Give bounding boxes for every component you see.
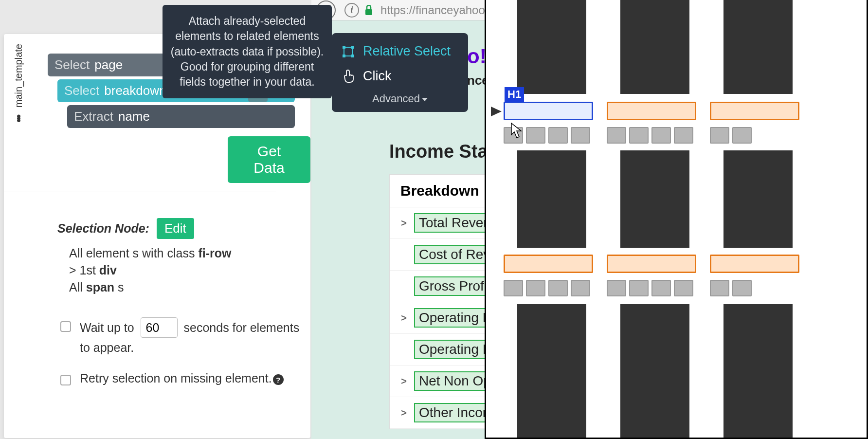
lock-icon — [364, 4, 374, 16]
h1-tag-badge: H1 — [505, 87, 524, 102]
chevron-right-icon[interactable]: > — [398, 407, 410, 419]
chevron-down-icon — [422, 98, 428, 101]
wireframe-overlay: H1 — [485, 0, 868, 439]
retry-checkbox[interactable] — [60, 375, 71, 385]
chevron-right-icon[interactable]: > — [398, 312, 410, 324]
tree-extract-name[interactable]: Extract name — [67, 105, 295, 128]
action-label: Click — [363, 69, 392, 84]
tree-target: page — [94, 57, 123, 73]
tree-verb: Select — [64, 83, 99, 98]
click-action[interactable]: Click — [332, 64, 468, 89]
relative-select-tooltip: Attach already-selected elements to rela… — [163, 5, 332, 98]
yahoo-logo: o! — [467, 45, 487, 68]
action-menu: Relative Select Click Advanced — [332, 33, 468, 112]
chevron-right-icon[interactable]: > — [398, 218, 410, 229]
cursor-icon — [510, 122, 523, 141]
click-icon — [342, 70, 355, 83]
selection-description: All element s with class fi-row > 1st di… — [69, 245, 306, 296]
wait-seconds-input[interactable] — [141, 317, 178, 338]
selection-node-heading: Selection Node: — [57, 221, 149, 235]
help-icon[interactable]: ? — [273, 374, 284, 385]
tree-target: breakdown — [104, 83, 166, 98]
svg-rect-5 — [351, 46, 354, 49]
divider — [4, 191, 276, 191]
svg-rect-8 — [365, 9, 372, 15]
tree-verb: Extract — [74, 109, 113, 124]
svg-rect-6 — [343, 55, 345, 57]
url-bar[interactable]: https://financeyahoo.co — [380, 3, 501, 17]
arrow-icon — [491, 107, 502, 116]
advanced-toggle[interactable]: Advanced — [332, 89, 468, 107]
wait-option-row: Wait up to seconds for elements to appea… — [60, 317, 306, 357]
edit-button[interactable]: Edit — [157, 218, 194, 239]
selection-node-panel: Selection Node: Edit All element s with … — [57, 218, 306, 385]
template-tab[interactable]: ••• main_template — [14, 44, 23, 126]
get-data-button[interactable]: Get Data — [228, 136, 310, 183]
info-icon[interactable]: i — [344, 3, 359, 18]
svg-rect-7 — [351, 55, 354, 57]
relative-select-icon — [342, 45, 355, 58]
retry-option-row: Retry selection on missing element.? — [60, 371, 306, 385]
relative-select-action[interactable]: Relative Select — [332, 39, 468, 64]
more-dots-icon[interactable]: ••• — [12, 116, 25, 123]
tree-target: name — [118, 109, 150, 124]
template-tab-label: main_template — [13, 44, 24, 108]
action-label: Relative Select — [363, 44, 451, 59]
page-title: Income Stat — [389, 141, 494, 162]
tree-verb: Select — [54, 57, 90, 73]
chevron-right-icon[interactable]: > — [398, 376, 410, 387]
row-label: Gross Profit — [414, 276, 496, 296]
svg-rect-4 — [343, 46, 345, 49]
wait-checkbox[interactable] — [60, 321, 71, 332]
